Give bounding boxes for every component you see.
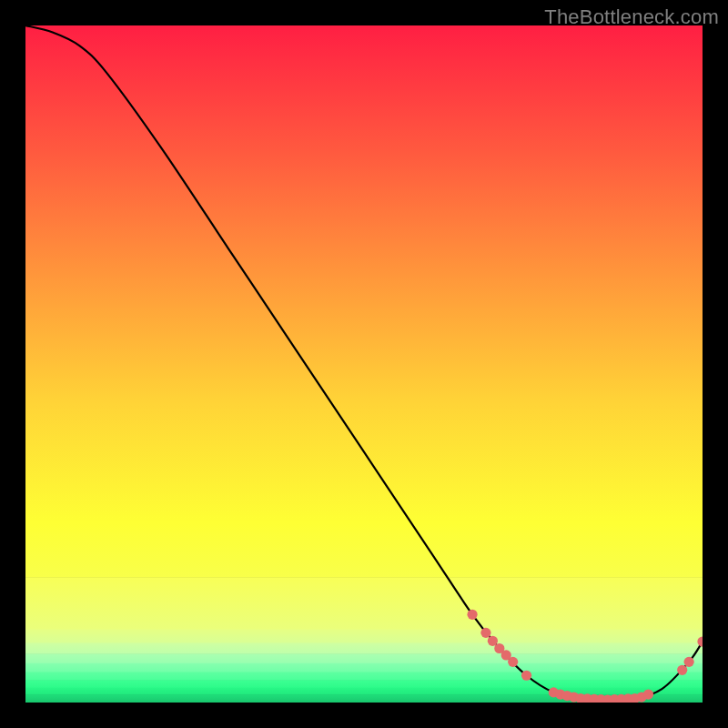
bg-band: [25, 663, 703, 672]
bg-band: [25, 653, 703, 663]
bg-band: [25, 643, 703, 654]
chart-svg: [25, 25, 703, 703]
bg-band: [25, 25, 703, 578]
curve-marker: [521, 671, 531, 681]
curve-marker: [643, 689, 653, 699]
curve-marker: [684, 657, 694, 667]
bg-band: [25, 688, 703, 695]
bg-band: [25, 577, 703, 630]
curve-marker: [677, 665, 687, 675]
curve-marker: [508, 657, 518, 667]
bg-band: [25, 630, 703, 643]
bg-band: [25, 672, 703, 681]
curve-marker: [467, 610, 477, 620]
chart-stage: TheBottleneck.com: [0, 0, 728, 728]
chart-plot: [25, 25, 703, 703]
bg-band: [25, 680, 703, 688]
curve-marker: [480, 628, 490, 638]
